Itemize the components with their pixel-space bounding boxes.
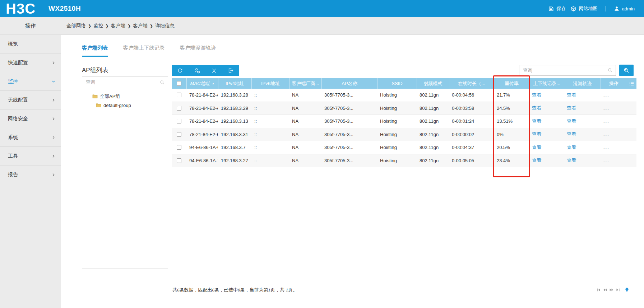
breadcrumb-separator: ❯ (88, 24, 91, 28)
user-menu[interactable]: admin (614, 6, 635, 11)
more-actions-button[interactable]: ... (603, 145, 610, 150)
view-updown-link[interactable]: 查看 (532, 144, 541, 151)
advanced-search-button[interactable] (619, 65, 634, 76)
sitemap-cube-icon (570, 6, 576, 12)
table-body: 78-21-84-E2-A5-...192.168.3.28::NA305f-7… (172, 89, 636, 167)
disconnect-button[interactable] (205, 65, 222, 76)
cell-online_time: 0-00:01:24 (449, 115, 494, 128)
hint-bulb-button[interactable] (624, 287, 630, 293)
cell-radio_mode: 802.11gn (417, 89, 449, 102)
breadcrumb-item[interactable]: 监控 (93, 23, 103, 29)
cell-ipv4: 192.168.3.27 (218, 154, 251, 167)
breadcrumb-item[interactable]: 客户端 (111, 23, 125, 29)
breadcrumb-separator: ❯ (150, 24, 153, 28)
more-actions-button[interactable]: ... (603, 132, 610, 137)
refresh-button[interactable] (172, 65, 189, 76)
row-checkbox[interactable] (177, 106, 181, 111)
more-actions-button[interactable]: ... (603, 106, 610, 111)
cell-more: ... (601, 115, 627, 128)
ap-group-search (82, 77, 168, 88)
sidebar-item-3[interactable]: 无线配置 (0, 91, 61, 109)
sidebar-item-7[interactable]: 报告 (0, 165, 61, 184)
cell-more: ... (601, 102, 627, 115)
h3c-logo: H3C (6, 0, 36, 17)
view-updown-link[interactable]: 查看 (532, 105, 541, 111)
row-checkbox[interactable] (177, 158, 181, 163)
cell-ap_name: 305f-7705-3... (321, 141, 377, 154)
save-icon (548, 6, 554, 12)
sidebar-item-0[interactable]: 概览 (0, 35, 61, 53)
username: admin (622, 6, 635, 11)
view-updown-link[interactable]: 查看 (532, 157, 541, 164)
breadcrumb-item[interactable]: 详细信息 (155, 23, 175, 29)
sidebar-item-1[interactable]: 快速配置 (0, 53, 61, 72)
sidebar-item-2[interactable]: 监控 (0, 72, 61, 91)
ap-group-tree: 全部AP组default-group (82, 88, 168, 110)
sidebar-item-6[interactable]: 工具 (0, 147, 61, 165)
advanced-search-icon (623, 67, 630, 74)
select-all-checkbox[interactable] (177, 81, 181, 86)
first-page-button[interactable] (596, 288, 601, 292)
cell-roam_link: 查看 (564, 128, 601, 141)
more-actions-button[interactable]: ... (603, 118, 610, 124)
cell-vendor: NA (289, 141, 321, 154)
view-roam-link[interactable]: 查看 (567, 144, 576, 151)
table-search-input[interactable] (519, 65, 606, 75)
save-button[interactable]: 保存 (548, 5, 566, 12)
ap-group-search-input[interactable] (82, 77, 158, 87)
folder-icon (92, 94, 98, 99)
kick-user-button[interactable] (189, 65, 205, 76)
view-updown-link[interactable]: 查看 (532, 92, 541, 98)
last-page-icon (616, 288, 620, 292)
chevron-right-icon (51, 154, 56, 158)
column-header: IPv4地址 (218, 78, 251, 89)
breadcrumb-item[interactable]: 客户端 (133, 23, 148, 29)
view-roam-link[interactable]: 查看 (567, 105, 576, 111)
view-updown-link[interactable]: 查看 (532, 118, 541, 125)
column-header: 上下线记录... (529, 78, 564, 89)
sitemap-button[interactable]: 网站地图 (570, 5, 598, 12)
view-roam-link[interactable]: 查看 (567, 157, 576, 164)
view-roam-link[interactable]: 查看 (567, 92, 576, 98)
view-updown-link[interactable]: 查看 (532, 131, 541, 137)
row-checkbox[interactable] (177, 145, 181, 150)
chevron-down-icon (51, 79, 56, 84)
cell-roam_link: 查看 (564, 115, 601, 128)
tree-item[interactable]: default-group (82, 101, 168, 110)
cell-ipv4: 192.168.3.7 (218, 141, 251, 154)
sidebar-item-4[interactable]: 网络安全 (0, 109, 61, 128)
cell-ipv6: :: (251, 154, 289, 167)
cell-updown_link: 查看 (529, 141, 564, 154)
cell-ssid: Hoisting (377, 89, 417, 102)
sidebar-item-label: 系统 (8, 134, 18, 141)
tree-item[interactable]: 全部AP组 (82, 92, 168, 101)
row-checkbox[interactable] (177, 132, 181, 137)
export-button[interactable] (222, 65, 239, 76)
breadcrumb-item[interactable]: 全部网络 (66, 23, 86, 29)
column-header-label: 上下线记录... (533, 80, 560, 87)
more-actions-button[interactable]: ... (603, 92, 610, 98)
view-roam-link[interactable]: 查看 (567, 118, 576, 125)
column-header: 操作 (601, 78, 627, 89)
tree-item-label: default-group (103, 103, 131, 108)
next-page-button[interactable] (609, 288, 614, 292)
row-checkbox[interactable] (177, 93, 181, 97)
cell-more: ... (601, 141, 627, 154)
view-roam-link[interactable]: 查看 (567, 131, 576, 137)
column-header: SSID (377, 78, 417, 89)
select-all-header[interactable] (172, 78, 186, 89)
cell-roam_link: 查看 (564, 154, 601, 167)
last-page-button[interactable] (616, 288, 620, 292)
cell-updown_link: 查看 (529, 115, 564, 128)
tab-2[interactable]: 客户端漫游轨迹 (180, 45, 217, 57)
prev-page-button[interactable] (603, 288, 607, 292)
row-checkbox[interactable] (177, 119, 181, 123)
tab-1[interactable]: 客户端上下线记录 (123, 45, 165, 57)
cell-ipv6: :: (251, 115, 289, 128)
column-header: 射频模式 (417, 78, 449, 89)
column-settings-header[interactable] (627, 78, 636, 89)
tab-0[interactable]: 客户端列表 (82, 45, 108, 57)
sidebar-item-5[interactable]: 系统 (0, 128, 61, 147)
column-header[interactable]: MAC地址▲ (186, 78, 218, 89)
more-actions-button[interactable]: ... (603, 158, 610, 163)
